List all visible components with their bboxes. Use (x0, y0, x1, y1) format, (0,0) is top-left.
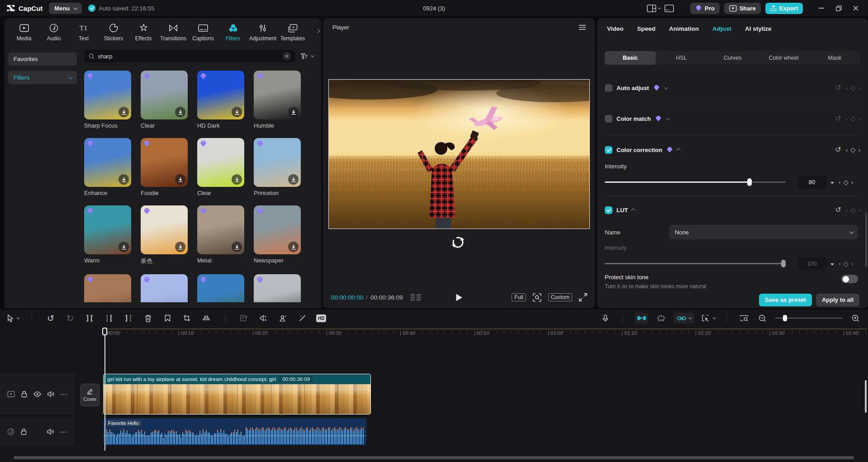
tab-text[interactable]: TIText (69, 22, 99, 42)
filter-thumbnail[interactable] (254, 205, 301, 254)
filter-thumbnail[interactable] (84, 71, 131, 119)
tab-effects[interactable]: Effects (128, 22, 158, 42)
search-input[interactable]: sharp ✕ (84, 50, 295, 62)
linked-select-icon[interactable] (702, 312, 715, 324)
keyframe-controls[interactable]: ‹ ◇ › (846, 114, 860, 123)
download-icon[interactable] (175, 174, 185, 185)
filter-thumbnail[interactable] (141, 274, 188, 302)
zoom-in-icon[interactable] (850, 312, 861, 324)
download-icon[interactable] (175, 107, 185, 117)
video-clip[interactable]: girl kid run with a toy airplane at suns… (103, 374, 371, 414)
reset-icon[interactable]: ↺ (835, 206, 841, 214)
playhead-line[interactable] (104, 335, 105, 451)
keyframe-controls[interactable]: ‹ ◇ › (839, 260, 853, 268)
tab-adjust[interactable]: Adjust (712, 25, 731, 45)
audio-clip[interactable]: Favorite Hello (103, 418, 366, 445)
keyframe-controls[interactable]: ‹ ◇ › (846, 84, 860, 92)
sidebar-item-favorites[interactable]: Favorites (8, 52, 77, 66)
snap-magnet-icon[interactable] (635, 313, 648, 324)
download-icon[interactable] (119, 107, 129, 117)
sidebar-item-filters[interactable]: Filters (8, 71, 77, 84)
apply-to-all-button[interactable]: Apply to all (816, 294, 859, 306)
intensity-slider[interactable] (605, 181, 786, 183)
tab-adjustment[interactable]: Adjustment (248, 22, 278, 42)
chevron-up-icon[interactable] (631, 208, 636, 213)
filter-thumbnail[interactable] (197, 205, 244, 254)
crop-icon[interactable] (181, 312, 192, 324)
close-icon[interactable] (848, 2, 863, 14)
hd-icon[interactable]: HD (316, 314, 326, 322)
download-icon[interactable] (119, 242, 129, 252)
tab-captions[interactable]: Captions (188, 22, 218, 42)
filter-card[interactable]: Newspaper (254, 205, 301, 265)
filter-thumbnail[interactable] (254, 138, 301, 187)
speaker-icon[interactable] (47, 391, 54, 397)
filter-card[interactable] (84, 274, 131, 302)
filter-thumbnail[interactable] (141, 138, 188, 187)
track-more-icon[interactable]: ··· (60, 429, 67, 435)
mirror-icon[interactable] (201, 312, 212, 324)
lut-intensity-value[interactable]: 100 (797, 257, 826, 270)
custom-ratio-button[interactable]: Custom (548, 293, 572, 301)
tab-media[interactable]: Media (9, 22, 39, 42)
split-icon[interactable]: ][ (84, 312, 95, 324)
keyframe-controls[interactable]: ‹ ◇ › (846, 206, 860, 214)
filter-card[interactable]: Sharp Focus (84, 71, 131, 129)
player-menu-icon[interactable] (579, 24, 586, 30)
tab-templates[interactable]: Templates (278, 22, 308, 42)
minimize-icon[interactable] (814, 2, 829, 14)
magic-wand-icon[interactable] (297, 312, 308, 324)
reset-icon[interactable]: ↺ (835, 84, 841, 91)
video-preview[interactable] (328, 79, 590, 229)
tab-animation[interactable]: Animation (669, 25, 699, 45)
lock-icon[interactable] (21, 429, 27, 435)
filter-card[interactable]: Princeton (254, 138, 301, 196)
filter-card[interactable] (254, 274, 301, 302)
reset-icon[interactable]: ↺ (835, 115, 841, 122)
filter-thumbnail[interactable] (254, 274, 301, 302)
filter-thumbnail[interactable] (141, 71, 188, 119)
intensity-stepper[interactable] (830, 181, 834, 184)
preview-axis-icon[interactable] (655, 312, 666, 324)
filter-card[interactable]: Foodie (141, 138, 188, 196)
zoom-out-icon[interactable] (757, 312, 768, 324)
clear-search-icon[interactable]: ✕ (283, 52, 291, 60)
reset-icon[interactable]: ↺ (835, 146, 841, 153)
panel-icon[interactable] (664, 5, 674, 12)
download-icon[interactable] (288, 107, 299, 117)
tab-audio[interactable]: Audio (39, 22, 69, 42)
redo-icon[interactable]: ↻ (65, 312, 76, 324)
timeline-horizontal-scrollbar[interactable] (14, 456, 854, 459)
download-icon[interactable] (232, 174, 242, 185)
lut-intensity-stepper[interactable] (830, 262, 834, 266)
download-icon[interactable] (288, 174, 299, 185)
mark-icon[interactable] (162, 312, 173, 324)
rotate-handle-icon[interactable] (452, 236, 464, 248)
mic-icon[interactable] (600, 312, 611, 324)
export-button[interactable]: Export (765, 3, 803, 14)
filter-thumbnail[interactable] (197, 71, 244, 119)
cursor-icon[interactable] (7, 312, 19, 324)
chevron-down-icon[interactable] (664, 85, 668, 90)
keyframe-controls[interactable]: ‹ ◇ › (839, 178, 853, 186)
intensity-value[interactable]: 80 (797, 176, 826, 189)
filter-card[interactable]: HD Dark (197, 71, 244, 129)
split-left-icon[interactable]: ][ (104, 312, 114, 324)
cover-button[interactable]: Cover (81, 384, 100, 406)
keyframe-controls[interactable]: ‹ ◇ › (846, 146, 860, 154)
pro-button[interactable]: Pro (690, 3, 720, 14)
filter-thumbnail[interactable] (197, 274, 244, 302)
chevron-up-icon[interactable] (676, 148, 681, 152)
download-icon[interactable] (119, 174, 129, 185)
chevron-down-icon[interactable] (666, 116, 670, 120)
filter-sort-button[interactable] (301, 53, 315, 60)
subtab-hsl[interactable]: HSL (656, 51, 707, 65)
play-button[interactable] (456, 294, 463, 301)
filter-card[interactable]: Enhance (84, 138, 131, 196)
layout-icon[interactable] (647, 5, 660, 12)
eye-icon[interactable] (33, 391, 41, 397)
lut-intensity-slider[interactable] (605, 263, 786, 264)
tab-video[interactable]: Video (607, 25, 624, 45)
color-correction-checkbox[interactable] (605, 146, 612, 154)
extract-frame-icon[interactable] (238, 312, 249, 324)
